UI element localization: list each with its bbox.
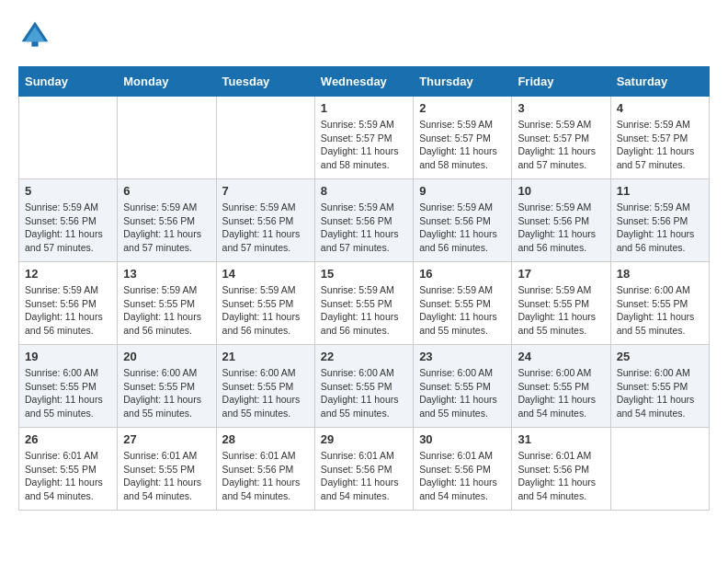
day-number: 21 (222, 350, 309, 363)
day-info: Sunrise: 5:59 AM Sunset: 5:56 PM Dayligh… (123, 201, 210, 255)
calendar-cell (118, 97, 216, 179)
calendar-cell: 20Sunrise: 6:00 AM Sunset: 5:55 PM Dayli… (118, 345, 216, 428)
calendar-week-row: 26Sunrise: 6:01 AM Sunset: 5:55 PM Dayli… (19, 428, 710, 511)
calendar-cell: 1Sunrise: 5:59 AM Sunset: 5:57 PM Daylig… (314, 97, 413, 179)
calendar-week-row: 12Sunrise: 5:59 AM Sunset: 5:56 PM Dayli… (19, 262, 710, 345)
day-number: 24 (518, 350, 604, 363)
day-number: 15 (321, 267, 407, 281)
calendar-week-row: 5Sunrise: 5:59 AM Sunset: 5:56 PM Daylig… (19, 179, 710, 262)
calendar-cell: 6Sunrise: 5:59 AM Sunset: 5:56 PM Daylig… (118, 179, 216, 262)
calendar-cell: 30Sunrise: 6:01 AM Sunset: 5:56 PM Dayli… (414, 428, 512, 511)
calendar-cell (610, 428, 709, 511)
day-info: Sunrise: 6:01 AM Sunset: 5:55 PM Dayligh… (123, 449, 210, 503)
day-header-saturday: Saturday (610, 67, 709, 97)
calendar-table: SundayMondayTuesdayWednesdayThursdayFrid… (18, 66, 710, 511)
day-number: 29 (321, 432, 407, 446)
calendar-cell: 10Sunrise: 5:59 AM Sunset: 5:56 PM Dayli… (512, 179, 610, 262)
day-number: 1 (321, 101, 407, 115)
day-header-thursday: Thursday (414, 67, 512, 97)
calendar-cell (216, 97, 314, 179)
calendar-cell: 2Sunrise: 5:59 AM Sunset: 5:57 PM Daylig… (414, 97, 512, 179)
day-number: 30 (419, 432, 506, 446)
calendar-cell: 16Sunrise: 5:59 AM Sunset: 5:55 PM Dayli… (414, 262, 512, 345)
day-info: Sunrise: 6:00 AM Sunset: 5:55 PM Dayligh… (123, 366, 210, 420)
day-info: Sunrise: 6:01 AM Sunset: 5:56 PM Dayligh… (518, 449, 604, 503)
svg-rect-2 (31, 41, 38, 46)
calendar-cell: 4Sunrise: 5:59 AM Sunset: 5:57 PM Daylig… (610, 97, 709, 179)
day-info: Sunrise: 5:59 AM Sunset: 5:56 PM Dayligh… (419, 201, 506, 255)
day-info: Sunrise: 6:00 AM Sunset: 5:55 PM Dayligh… (419, 366, 506, 420)
day-info: Sunrise: 5:59 AM Sunset: 5:57 PM Dayligh… (518, 118, 604, 172)
day-header-sunday: Sunday (19, 67, 118, 97)
calendar-cell: 9Sunrise: 5:59 AM Sunset: 5:56 PM Daylig… (414, 179, 512, 262)
calendar-cell: 19Sunrise: 6:00 AM Sunset: 5:55 PM Dayli… (19, 345, 118, 428)
day-info: Sunrise: 5:59 AM Sunset: 5:55 PM Dayligh… (518, 283, 604, 338)
calendar-week-row: 1Sunrise: 5:59 AM Sunset: 5:57 PM Daylig… (19, 97, 710, 179)
day-number: 26 (25, 432, 111, 446)
day-info: Sunrise: 6:01 AM Sunset: 5:56 PM Dayligh… (321, 449, 407, 503)
calendar-cell: 11Sunrise: 5:59 AM Sunset: 5:56 PM Dayli… (610, 179, 709, 262)
calendar-cell: 31Sunrise: 6:01 AM Sunset: 5:56 PM Dayli… (512, 428, 610, 511)
day-number: 31 (518, 432, 604, 446)
day-number: 18 (617, 267, 703, 281)
day-info: Sunrise: 6:00 AM Sunset: 5:55 PM Dayligh… (518, 366, 604, 420)
day-info: Sunrise: 6:00 AM Sunset: 5:55 PM Dayligh… (617, 366, 703, 420)
day-number: 27 (123, 432, 210, 446)
day-info: Sunrise: 5:59 AM Sunset: 5:56 PM Dayligh… (25, 283, 111, 338)
calendar-cell: 7Sunrise: 5:59 AM Sunset: 5:56 PM Daylig… (216, 179, 314, 262)
logo (18, 18, 55, 52)
calendar-cell: 15Sunrise: 5:59 AM Sunset: 5:55 PM Dayli… (314, 262, 413, 345)
day-info: Sunrise: 6:01 AM Sunset: 5:55 PM Dayligh… (25, 449, 111, 503)
calendar-cell: 8Sunrise: 5:59 AM Sunset: 5:56 PM Daylig… (314, 179, 413, 262)
day-number: 28 (222, 432, 309, 446)
day-number: 22 (321, 350, 407, 363)
logo-icon (18, 18, 51, 52)
day-info: Sunrise: 5:59 AM Sunset: 5:57 PM Dayligh… (419, 118, 506, 172)
calendar-week-row: 19Sunrise: 6:00 AM Sunset: 5:55 PM Dayli… (19, 345, 710, 428)
day-info: Sunrise: 5:59 AM Sunset: 5:56 PM Dayligh… (222, 201, 309, 255)
day-info: Sunrise: 6:01 AM Sunset: 5:56 PM Dayligh… (419, 449, 506, 503)
calendar-cell: 25Sunrise: 6:00 AM Sunset: 5:55 PM Dayli… (610, 345, 709, 428)
day-number: 5 (25, 184, 111, 198)
day-info: Sunrise: 6:00 AM Sunset: 5:55 PM Dayligh… (25, 366, 111, 420)
calendar-cell: 24Sunrise: 6:00 AM Sunset: 5:55 PM Dayli… (512, 345, 610, 428)
calendar-cell: 14Sunrise: 5:59 AM Sunset: 5:55 PM Dayli… (216, 262, 314, 345)
day-number: 7 (222, 184, 309, 198)
day-number: 8 (321, 184, 407, 198)
day-info: Sunrise: 5:59 AM Sunset: 5:55 PM Dayligh… (222, 283, 309, 338)
day-number: 17 (518, 267, 604, 281)
calendar-cell: 3Sunrise: 5:59 AM Sunset: 5:57 PM Daylig… (512, 97, 610, 179)
day-number: 12 (25, 267, 111, 281)
calendar-cell: 22Sunrise: 6:00 AM Sunset: 5:55 PM Dayli… (314, 345, 413, 428)
day-number: 25 (617, 350, 703, 363)
day-number: 6 (123, 184, 210, 198)
day-info: Sunrise: 5:59 AM Sunset: 5:57 PM Dayligh… (617, 118, 703, 172)
day-number: 3 (518, 101, 604, 115)
calendar-cell: 18Sunrise: 6:00 AM Sunset: 5:55 PM Dayli… (610, 262, 709, 345)
day-number: 9 (419, 184, 506, 198)
calendar-cell: 13Sunrise: 5:59 AM Sunset: 5:55 PM Dayli… (118, 262, 216, 345)
calendar-cell: 29Sunrise: 6:01 AM Sunset: 5:56 PM Dayli… (314, 428, 413, 511)
calendar-cell: 23Sunrise: 6:00 AM Sunset: 5:55 PM Dayli… (414, 345, 512, 428)
day-header-monday: Monday (118, 67, 216, 97)
day-info: Sunrise: 6:00 AM Sunset: 5:55 PM Dayligh… (617, 283, 703, 338)
calendar-cell: 26Sunrise: 6:01 AM Sunset: 5:55 PM Dayli… (19, 428, 118, 511)
day-info: Sunrise: 5:59 AM Sunset: 5:56 PM Dayligh… (321, 201, 407, 255)
calendar-cell: 21Sunrise: 6:00 AM Sunset: 5:55 PM Dayli… (216, 345, 314, 428)
day-number: 4 (617, 101, 703, 115)
day-number: 13 (123, 267, 210, 281)
day-number: 23 (419, 350, 506, 363)
day-number: 2 (419, 101, 506, 115)
day-info: Sunrise: 5:59 AM Sunset: 5:55 PM Dayligh… (123, 283, 210, 338)
day-header-tuesday: Tuesday (216, 67, 314, 97)
calendar-cell: 12Sunrise: 5:59 AM Sunset: 5:56 PM Dayli… (19, 262, 118, 345)
day-info: Sunrise: 6:00 AM Sunset: 5:55 PM Dayligh… (222, 366, 309, 420)
day-header-wednesday: Wednesday (314, 67, 413, 97)
calendar-cell: 27Sunrise: 6:01 AM Sunset: 5:55 PM Dayli… (118, 428, 216, 511)
day-info: Sunrise: 5:59 AM Sunset: 5:56 PM Dayligh… (617, 201, 703, 255)
day-number: 16 (419, 267, 506, 281)
day-info: Sunrise: 5:59 AM Sunset: 5:56 PM Dayligh… (25, 201, 111, 255)
calendar-cell: 5Sunrise: 5:59 AM Sunset: 5:56 PM Daylig… (19, 179, 118, 262)
calendar-cell (19, 97, 118, 179)
day-info: Sunrise: 5:59 AM Sunset: 5:57 PM Dayligh… (321, 118, 407, 172)
